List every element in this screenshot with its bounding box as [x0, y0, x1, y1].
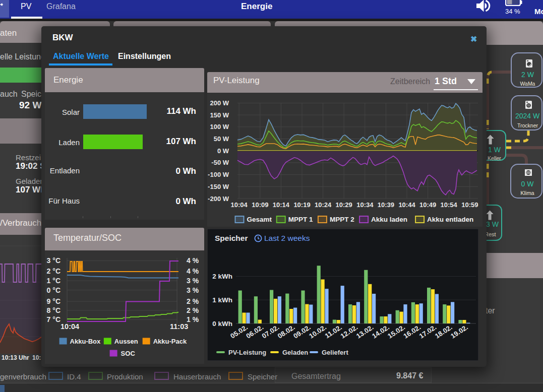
svg-text:2 kWh: 2 kWh [212, 273, 232, 280]
svg-text:06.02.: 06.02. [245, 323, 265, 340]
svg-text:MPPT 2: MPPT 2 [330, 216, 354, 223]
svg-text:10:14: 10:14 [273, 201, 290, 209]
svg-text:1 %: 1 % [187, 315, 199, 323]
svg-text:10:29: 10:29 [336, 201, 352, 209]
svg-text:10.02.: 10.02. [308, 323, 328, 340]
svg-text:Akku-Pack: Akku-Pack [153, 338, 187, 345]
svg-text:150 W: 150 W [210, 111, 229, 119]
svg-text:-100 W: -100 W [208, 171, 229, 178]
svg-text:0 kWh: 0 kWh [212, 320, 232, 328]
svg-text:16.02.: 16.02. [402, 323, 423, 340]
svg-text:Aussen: Aussen [114, 338, 138, 345]
svg-text:Akku laden: Akku laden [371, 216, 407, 223]
svg-text:1 °C: 1 °C [47, 277, 61, 285]
svg-text:2 %: 2 % [187, 306, 199, 314]
svg-text:10:44: 10:44 [398, 201, 415, 209]
svg-text:50 W: 50 W [214, 135, 229, 143]
svg-text:11.02.: 11.02. [324, 323, 343, 340]
svg-text:9 °C: 9 °C [47, 297, 61, 305]
svg-text:14.02.: 14.02. [371, 323, 391, 340]
svg-text:10:09: 10:09 [252, 201, 268, 209]
svg-text:Gesamt: Gesamt [247, 216, 272, 223]
svg-text:09.02.: 09.02. [292, 323, 312, 340]
svg-text:10:39: 10:39 [378, 201, 394, 209]
svg-text:4 %: 4 % [187, 256, 199, 265]
svg-text:0 W: 0 W [217, 147, 229, 155]
svg-text:18.02.: 18.02. [434, 323, 454, 340]
svg-text:7 °C: 7 °C [47, 315, 61, 323]
svg-text:Geladen: Geladen [282, 349, 308, 356]
svg-text:MPPT 1: MPPT 1 [288, 216, 313, 223]
svg-text:8 °C: 8 °C [47, 306, 61, 314]
svg-text:3 °C: 3 °C [47, 256, 61, 265]
svg-text:10:34: 10:34 [356, 201, 374, 209]
svg-text:11:03: 11:03 [170, 322, 188, 331]
svg-text:10:19: 10:19 [293, 201, 310, 209]
svg-text:-150 W: -150 W [208, 183, 229, 190]
svg-text:0 °C: 0 °C [47, 286, 61, 294]
svg-text:2 °C: 2 °C [47, 267, 61, 275]
svg-text:3 %: 3 % [187, 277, 199, 285]
svg-text:-200 W: -200 W [208, 195, 229, 203]
svg-text:10:24: 10:24 [315, 201, 332, 209]
svg-text:10:04: 10:04 [231, 201, 248, 209]
svg-text:3 %: 3 % [187, 286, 199, 294]
svg-text:10:04: 10:04 [61, 322, 79, 331]
svg-text:Geliefert: Geliefert [322, 349, 348, 356]
svg-text:4 %: 4 % [187, 267, 199, 275]
svg-text:15.02.: 15.02. [386, 323, 406, 340]
svg-text:1 kWh: 1 kWh [212, 296, 232, 304]
svg-text:100 W: 100 W [210, 123, 229, 130]
svg-text:10:49: 10:49 [419, 201, 436, 209]
svg-text:17.02.: 17.02. [418, 323, 438, 340]
svg-text:SOC: SOC [121, 350, 136, 357]
svg-text:Akku entladen: Akku entladen [427, 216, 473, 223]
svg-text:08.02.: 08.02. [276, 323, 296, 340]
svg-text:10:54: 10:54 [441, 201, 458, 209]
svg-text:2 %: 2 % [187, 297, 199, 305]
svg-text:07.02.: 07.02. [261, 323, 281, 340]
svg-text:200 W: 200 W [210, 99, 229, 107]
svg-text:13.02.: 13.02. [355, 323, 375, 340]
svg-text:-50 W: -50 W [211, 159, 229, 166]
svg-text:10:59: 10:59 [461, 201, 478, 209]
svg-text:12.02.: 12.02. [339, 323, 359, 340]
svg-text:PV-Leistung: PV-Leistung [228, 349, 266, 356]
svg-text:19.02.: 19.02. [449, 323, 469, 340]
svg-text:Akku-Box: Akku-Box [70, 338, 101, 345]
